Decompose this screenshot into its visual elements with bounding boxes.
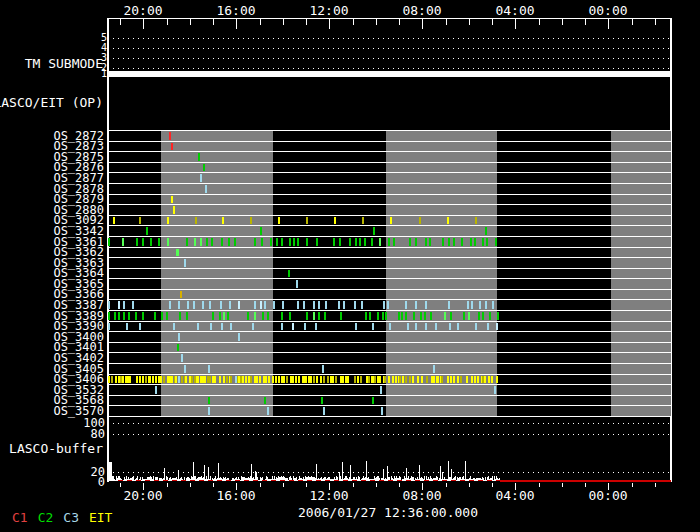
event-tick	[324, 312, 326, 320]
event-tick	[260, 227, 262, 235]
tm-gridline	[108, 58, 670, 59]
event-tick	[228, 238, 230, 246]
event-tick	[289, 312, 291, 320]
buffer-red-dash	[244, 480, 249, 481]
event-tick	[273, 301, 275, 309]
event-tick	[484, 376, 486, 383]
event-tick	[382, 312, 384, 320]
axis-tick-top	[283, 19, 284, 25]
event-tick	[321, 397, 323, 404]
event-tick	[433, 365, 435, 373]
row-separator	[107, 374, 671, 375]
event-tick	[450, 312, 452, 320]
buffer-red-dash	[154, 480, 159, 481]
event-tick	[405, 301, 407, 309]
buffer-red-dash	[406, 480, 411, 481]
event-tick	[412, 376, 414, 383]
event-tick	[478, 312, 480, 320]
tm-gridline	[108, 68, 670, 69]
event-tick	[245, 376, 247, 383]
event-tick	[475, 323, 477, 330]
axis-tick-bottom	[608, 483, 609, 490]
event-tick	[379, 238, 381, 246]
event-tick	[256, 376, 258, 383]
axis-tick-top	[492, 19, 493, 25]
event-tick	[222, 217, 224, 224]
event-tick	[497, 312, 499, 320]
buffer-red-dash	[487, 480, 492, 481]
event-tick	[495, 238, 497, 246]
event-tick	[327, 376, 329, 383]
event-tick	[158, 238, 160, 246]
event-tick	[276, 238, 278, 246]
event-tick	[123, 312, 125, 320]
buffer-red-dash	[127, 480, 132, 481]
event-tick	[238, 301, 240, 309]
buffer-red-dash	[253, 480, 258, 481]
buffer-red-dash	[271, 480, 276, 481]
buffer-red-dash	[190, 480, 195, 481]
event-tick	[426, 376, 428, 383]
legend-item-c2: C2	[38, 510, 54, 525]
event-tick	[191, 376, 193, 383]
axis-tick-bottom	[539, 483, 540, 487]
buffer-red-dash	[451, 480, 456, 481]
row-separator	[107, 247, 671, 248]
axis-tick-bottom	[283, 483, 284, 487]
event-tick	[441, 376, 443, 383]
row-separator	[107, 278, 671, 279]
time-label-top: 00:00	[588, 3, 627, 18]
time-label-top: 16:00	[216, 3, 255, 18]
event-tick	[313, 376, 315, 383]
buffer-red-dash	[370, 480, 375, 481]
event-tick	[405, 312, 407, 320]
event-tick	[128, 312, 130, 320]
event-tick	[184, 259, 186, 267]
tm-gridline	[108, 48, 670, 49]
event-tick	[364, 238, 366, 246]
buffer-red-dash	[424, 480, 429, 481]
event-tick	[313, 312, 315, 320]
event-tick	[167, 238, 169, 246]
event-tick	[262, 312, 264, 320]
event-tick	[247, 312, 249, 320]
event-tick	[430, 312, 432, 320]
tm-submode-label: TM SUBMODE	[25, 56, 103, 71]
event-tick	[450, 376, 452, 383]
event-tick	[254, 312, 256, 320]
row-separator	[107, 236, 671, 237]
event-tick	[453, 376, 455, 383]
event-tick	[114, 312, 116, 320]
event-tick	[194, 238, 196, 246]
axis-tick-top	[306, 19, 307, 25]
axis-tick-top	[608, 19, 609, 29]
event-tick	[315, 323, 317, 330]
event-tick	[318, 301, 320, 309]
event-tick	[377, 312, 379, 320]
event-tick	[297, 301, 299, 309]
event-tick	[380, 386, 382, 394]
buffer-red-dash	[181, 480, 186, 481]
event-tick	[340, 312, 342, 320]
event-tick	[149, 376, 151, 383]
event-tick	[281, 323, 283, 330]
event-tick	[209, 376, 211, 383]
event-tick	[343, 301, 345, 309]
event-tick	[142, 376, 144, 383]
axis-tick-bottom	[585, 483, 586, 487]
event-tick	[220, 301, 222, 309]
event-tick	[200, 238, 202, 246]
event-tick	[372, 397, 374, 404]
event-tick	[474, 238, 476, 246]
event-tick	[185, 376, 187, 383]
row-separator	[107, 162, 671, 163]
event-tick	[278, 376, 280, 383]
timestamp: 2006/01/27 12:36:00.000	[298, 505, 478, 520]
buffer-red-dash	[379, 480, 384, 481]
event-tick	[306, 238, 308, 246]
event-tick	[479, 301, 481, 309]
event-tick	[425, 301, 427, 309]
event-tick	[154, 312, 156, 320]
event-tick	[320, 376, 322, 383]
buffer-gridline	[108, 434, 670, 435]
